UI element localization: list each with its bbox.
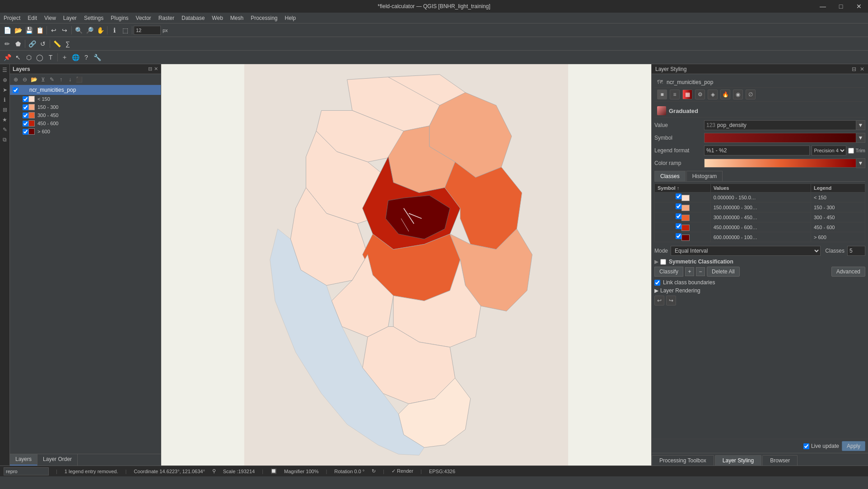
layer-order-tab[interactable]: Layer Order xyxy=(37,454,78,465)
single-symbol-icon[interactable]: ■ xyxy=(657,89,667,99)
layer-rendering-section[interactable]: ▶ Layer Rendering xyxy=(654,287,865,294)
classify-button[interactable]: Classify xyxy=(654,267,683,277)
legend-cb-0[interactable] xyxy=(23,96,28,102)
move-up-icon[interactable]: ↑ xyxy=(57,75,65,84)
layers-close-btn[interactable]: ✕ xyxy=(154,66,158,72)
browser-tab[interactable]: Browser xyxy=(762,455,798,465)
edit-btn[interactable]: ✏ xyxy=(2,39,12,49)
new-project-btn[interactable]: 📄 xyxy=(2,25,12,35)
color-ramp-dropdown-btn[interactable]: ▼ xyxy=(856,158,865,168)
menu-item-project[interactable]: Project xyxy=(0,14,24,22)
graduated-icon[interactable]: ▦ xyxy=(682,89,692,99)
layer-visibility-checkbox[interactable] xyxy=(13,87,19,93)
classes-tab[interactable]: Classes xyxy=(654,171,686,181)
layer-item-ncr[interactable]: ncr_municities_pop xyxy=(10,85,161,95)
move-down-icon[interactable]: ↓ xyxy=(66,75,74,84)
class-cb-2[interactable] xyxy=(655,212,711,222)
inverted-icon[interactable]: ◉ xyxy=(733,89,743,99)
remove-class-btn[interactable]: − xyxy=(696,267,705,276)
measure-btn[interactable]: 📏 xyxy=(52,39,62,49)
live-update-checkbox[interactable] xyxy=(803,443,809,449)
pan-btn[interactable]: ✋ xyxy=(95,25,105,35)
rule-icon[interactable]: ⚙ xyxy=(695,89,705,99)
preview-icon[interactable]: ⧉ xyxy=(1,136,9,144)
menu-item-view[interactable]: View xyxy=(41,14,60,22)
digitize-btn[interactable]: ⬟ xyxy=(13,39,23,49)
class-row-2[interactable]: 300.000000 - 450… 300 - 450 xyxy=(655,212,865,222)
menu-item-raster[interactable]: Raster xyxy=(155,14,178,22)
plugin-btn[interactable]: 🔧 xyxy=(92,52,102,62)
menu-item-database[interactable]: Database xyxy=(178,14,208,22)
circle-btn[interactable]: ◯ xyxy=(35,52,45,62)
styling-undo-btn[interactable]: ↩ xyxy=(654,296,664,306)
add-class-btn[interactable]: + xyxy=(685,267,694,276)
text-btn[interactable]: T xyxy=(46,52,56,62)
rotate-btn[interactable]: ↺ xyxy=(38,39,48,49)
delete-all-btn[interactable]: Delete All xyxy=(707,267,740,277)
bookmark-icon[interactable]: ★ xyxy=(1,116,9,124)
cat-symbol-icon[interactable]: ≡ xyxy=(670,89,680,99)
layer-styling-tab[interactable]: Layer Styling xyxy=(715,455,761,465)
identify-tool-icon[interactable]: ℹ xyxy=(1,96,9,104)
edit-layer-icon[interactable]: ✎ xyxy=(48,75,56,84)
remove-layer-icon[interactable]: ⊖ xyxy=(21,75,29,84)
globe-btn[interactable]: 🌐 xyxy=(70,52,80,62)
symmetric-checkbox[interactable] xyxy=(660,259,666,265)
menu-item-settings[interactable]: Settings xyxy=(80,14,107,22)
menu-item-layer[interactable]: Layer xyxy=(60,14,80,22)
layer-group-icon[interactable]: ⬛ xyxy=(75,75,83,84)
link-boundaries-checkbox[interactable] xyxy=(654,280,660,286)
class-cb-1[interactable] xyxy=(655,202,711,212)
apply-button[interactable]: Apply xyxy=(842,441,865,451)
class-cb-4[interactable] xyxy=(655,232,711,242)
class-row-0[interactable]: 0.000000 - 150.0… < 150 xyxy=(655,193,865,202)
styling-redo-btn[interactable]: ↪ xyxy=(666,296,676,306)
menu-item-vector[interactable]: Vector xyxy=(132,14,155,22)
snap-btn[interactable]: 🔗 xyxy=(27,39,37,49)
layers-float-btn[interactable]: ⊟ xyxy=(148,66,152,72)
class-row-1[interactable]: 150.000000 - 300… 150 - 300 xyxy=(655,202,865,212)
displacement-icon[interactable]: ◈ xyxy=(708,89,718,99)
close-button[interactable]: ✕ xyxy=(850,0,868,13)
open-btn[interactable]: 📂 xyxy=(13,25,23,35)
styling-float-btn[interactable]: ⊟ xyxy=(852,66,856,72)
statusbar-search[interactable] xyxy=(4,467,49,475)
polygon-btn[interactable]: ⬡ xyxy=(24,52,34,62)
layers-tab[interactable]: Layers xyxy=(10,454,37,465)
add-layer-btn[interactable]: ＋ xyxy=(60,52,70,62)
minimize-button[interactable]: — xyxy=(814,0,832,13)
pan-tool-icon[interactable]: ☰ xyxy=(1,66,9,74)
mode-select[interactable]: Equal Interval Quantile Natural Breaks S… xyxy=(671,246,821,256)
legend-cb-4[interactable] xyxy=(23,129,28,135)
menu-item-edit[interactable]: Edit xyxy=(24,14,41,22)
map-canvas[interactable] xyxy=(161,64,651,465)
zoom-in-btn[interactable]: 🔍 xyxy=(74,25,84,35)
legend-cb-1[interactable] xyxy=(23,104,28,110)
color-ramp-preview[interactable] xyxy=(704,159,856,168)
heatmap-icon[interactable]: 🔥 xyxy=(720,89,730,99)
select-tool-icon[interactable]: ➤ xyxy=(1,86,9,94)
classes-count-input[interactable] xyxy=(847,246,865,256)
processing-toolbox-tab[interactable]: Processing Toolbox xyxy=(652,455,714,465)
annotation-icon[interactable]: ✎ xyxy=(1,126,9,134)
save-as-btn[interactable]: 📋 xyxy=(35,25,45,35)
class-row-3[interactable]: 450.000000 - 600… 450 - 600 xyxy=(655,222,865,232)
maximize-button[interactable]: □ xyxy=(832,0,850,13)
class-row-4[interactable]: 600.000000 - 100… > 600 xyxy=(655,232,865,242)
menu-item-plugins[interactable]: Plugins xyxy=(107,14,132,22)
legend-cb-2[interactable] xyxy=(23,113,28,118)
filter-icon[interactable]: ⊻ xyxy=(39,75,47,84)
styling-close-btn[interactable]: ✕ xyxy=(860,66,864,72)
save-btn[interactable]: 💾 xyxy=(24,25,34,35)
help-btn[interactable]: ? xyxy=(81,52,91,62)
menu-item-mesh[interactable]: Mesh xyxy=(227,14,247,22)
menu-item-help[interactable]: Help xyxy=(281,14,300,22)
symbol-dropdown-btn[interactable]: ▼ xyxy=(856,133,865,143)
pin-btn[interactable]: 📌 xyxy=(2,52,12,62)
redo-btn[interactable]: ↪ xyxy=(60,25,70,35)
identify-btn[interactable]: ℹ xyxy=(109,25,119,35)
null-icon[interactable]: ∅ xyxy=(746,89,756,99)
precision-select[interactable]: Precision 4 Precision 1 Precision 2 Prec… xyxy=(812,146,846,155)
add-layer-icon[interactable]: ⊕ xyxy=(12,75,20,84)
menu-item-web[interactable]: Web xyxy=(208,14,226,22)
